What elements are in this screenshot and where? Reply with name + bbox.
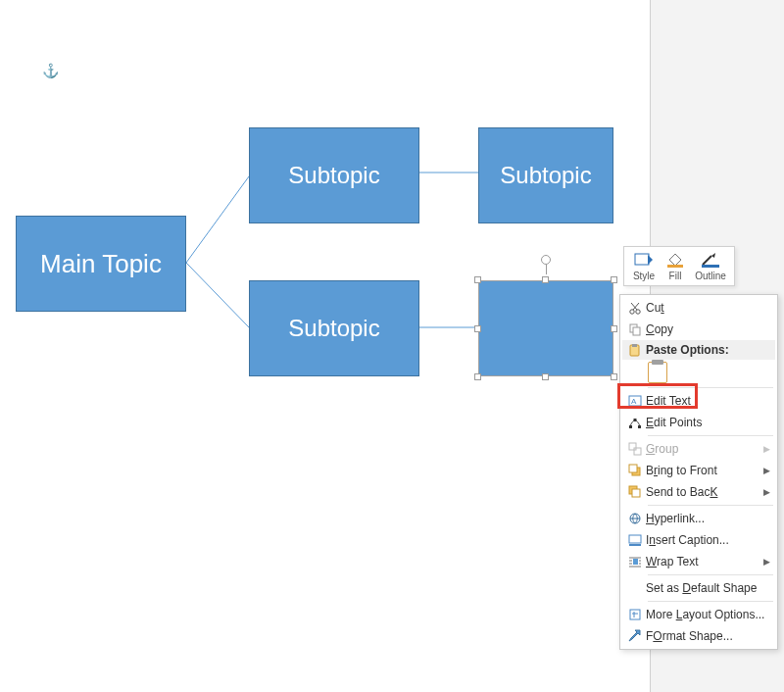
context-menu: Cut Copy Paste Options: A Edit Text Edit… — [619, 294, 778, 650]
shape-label: Subtopic — [288, 315, 379, 342]
cm-paste-options-header: Paste Options: — [622, 340, 775, 360]
cm-insert-caption[interactable]: Insert Caption... — [622, 529, 775, 551]
submenu-arrow-icon: ▶ — [761, 557, 771, 567]
cm-wrap-text[interactable]: Wrap Text ▶ — [622, 551, 775, 572]
submenu-arrow-icon: ▶ — [761, 487, 771, 497]
cm-label: Paste Options: — [646, 343, 771, 357]
mini-fill-button[interactable]: Fill — [660, 250, 691, 282]
wrap-text-icon — [624, 552, 646, 571]
svg-rect-17 — [634, 419, 637, 421]
cm-copy[interactable]: Copy — [622, 319, 775, 340]
cm-edit-text[interactable]: A Edit Text — [622, 390, 775, 412]
svg-rect-25 — [629, 535, 641, 543]
cm-label: Cut — [646, 301, 771, 315]
svg-rect-15 — [629, 425, 632, 428]
mini-style-button[interactable]: Style — [628, 250, 660, 282]
svg-rect-4 — [635, 254, 649, 265]
cm-label: Edit Text — [646, 394, 771, 408]
insert-caption-icon — [624, 530, 646, 550]
cm-label: Send to BacK — [646, 485, 761, 499]
hyperlink-icon — [624, 509, 646, 528]
cm-label: FOrmat Shape... — [646, 629, 771, 643]
cm-separator — [648, 505, 773, 506]
send-to-back-icon — [624, 482, 646, 502]
paste-option-icon — [648, 362, 667, 383]
shape-label: Subtopic — [288, 162, 379, 189]
cm-label: Copy — [646, 322, 771, 336]
cm-separator — [648, 601, 773, 602]
cm-more-layout-options[interactable]: More Layout Options... — [622, 604, 775, 625]
cm-edit-points[interactable]: Edit Points — [622, 412, 775, 433]
selection-handle-se[interactable] — [611, 373, 617, 380]
shape-label: Subtopic — [500, 162, 591, 189]
selection-handle-w[interactable] — [474, 325, 481, 332]
cm-label: More Layout Options... — [646, 608, 771, 621]
cm-send-to-back[interactable]: Send to BacK ▶ — [622, 481, 775, 503]
svg-rect-18 — [629, 443, 636, 450]
style-icon — [633, 251, 655, 269]
copy-icon — [624, 320, 646, 339]
more-layout-icon — [624, 605, 646, 624]
cm-separator — [648, 387, 773, 388]
cm-separator — [648, 574, 773, 575]
mini-btn-label: Outline — [695, 271, 726, 281]
shape-label: Main Topic — [40, 249, 162, 279]
cm-set-default-shape[interactable]: Set as Default Shape — [622, 577, 775, 599]
cm-format-shape[interactable]: FOrmat Shape... — [622, 625, 775, 647]
cm-cut[interactable]: Cut — [622, 297, 775, 319]
blank-icon — [624, 578, 646, 598]
selection-handle-ne[interactable] — [611, 276, 617, 283]
svg-rect-19 — [634, 448, 641, 455]
mini-outline-button[interactable]: Outline — [691, 250, 730, 282]
shape-subtopic-3[interactable]: Subtopic — [249, 280, 419, 376]
cm-label: Insert Caption... — [646, 533, 771, 547]
selection-handle-sw[interactable] — [474, 373, 481, 380]
svg-rect-6 — [702, 265, 719, 268]
svg-rect-16 — [638, 425, 641, 428]
svg-text:A: A — [631, 397, 637, 406]
cut-icon — [624, 298, 646, 318]
cm-label: Hyperlink... — [646, 512, 771, 525]
cm-label: Set as Default Shape — [646, 581, 771, 595]
svg-rect-12 — [632, 344, 637, 347]
svg-rect-23 — [632, 489, 640, 497]
svg-point-7 — [630, 310, 634, 314]
svg-rect-10 — [633, 327, 640, 335]
cm-label: Bring to Front — [646, 464, 761, 477]
cm-bring-to-front[interactable]: Bring to Front ▶ — [622, 460, 775, 481]
mini-btn-label: Fill — [669, 271, 682, 281]
selection-handle-n[interactable] — [542, 276, 549, 283]
mini-btn-label: Style — [633, 271, 655, 281]
bring-to-front-icon — [624, 461, 646, 480]
selection-handle-e[interactable] — [611, 325, 617, 332]
cm-group: Group ▶ — [622, 438, 775, 460]
edit-points-icon — [624, 413, 646, 432]
shape-subtopic-4-selected[interactable] — [478, 280, 613, 376]
shape-subtopic-1[interactable]: Subtopic — [249, 127, 419, 223]
edit-text-icon: A — [624, 391, 646, 411]
mini-toolbar: Style Fill Outline — [623, 246, 735, 286]
cm-label: Edit Points — [646, 416, 771, 429]
svg-rect-28 — [630, 610, 640, 619]
cm-separator — [648, 435, 773, 436]
shape-main-topic[interactable]: Main Topic — [16, 216, 186, 312]
svg-rect-27 — [633, 559, 638, 565]
submenu-arrow-icon: ▶ — [761, 444, 771, 454]
rotation-handle-stick — [546, 265, 547, 274]
rotation-handle[interactable] — [541, 255, 551, 265]
group-icon — [624, 439, 646, 459]
cm-hyperlink[interactable]: Hyperlink... — [622, 508, 775, 529]
fill-icon — [664, 251, 686, 269]
selection-handle-s[interactable] — [542, 373, 549, 380]
selection-handle-nw[interactable] — [474, 276, 481, 283]
format-shape-icon — [624, 626, 646, 646]
shape-subtopic-2[interactable]: Subtopic — [478, 127, 613, 223]
submenu-arrow-icon: ▶ — [761, 466, 771, 475]
cm-paste-option-keep[interactable] — [622, 360, 775, 385]
cm-label: Group — [646, 442, 761, 456]
svg-rect-5 — [667, 265, 683, 268]
anchor-icon: ⚓ — [42, 63, 56, 78]
cm-label: Wrap Text — [646, 555, 761, 568]
svg-point-8 — [636, 310, 640, 314]
svg-rect-21 — [629, 465, 637, 472]
